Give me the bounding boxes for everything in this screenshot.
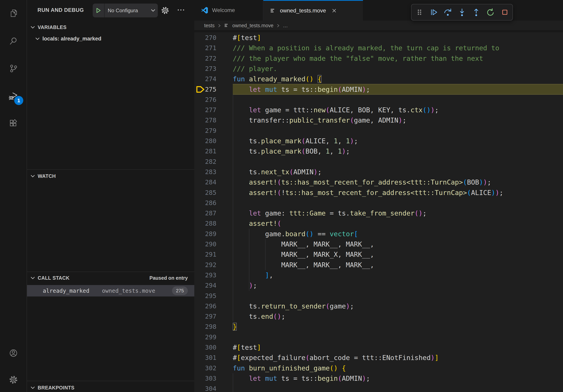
line-number[interactable]: 287 [194,208,217,219]
line-number[interactable]: 275 [194,84,217,95]
line-number[interactable]: 283 [194,167,217,177]
line-number[interactable]: 296 [194,301,217,312]
editor-gutter[interactable]: 2702712722732742752762772782792802812822… [194,0,220,392]
line-number[interactable]: 290 [194,239,217,249]
line-number[interactable]: 292 [194,260,217,270]
line-number[interactable]: 300 [194,342,217,353]
code-line[interactable]: transfer::public_transfer(game, ADMIN); [233,115,406,126]
chevron-down-icon [31,386,35,389]
code-line[interactable]: ts.place_mark(BOB, 1, 1); [233,146,350,157]
code-line[interactable]: assert!( [233,218,281,229]
restart-icon[interactable] [486,8,495,17]
line-number[interactable]: 285 [194,187,217,198]
configuration-label: No Configura [104,8,150,14]
line-number[interactable]: 302 [194,363,217,373]
section-variables[interactable]: VARIABLES [27,22,194,32]
explorer-icon[interactable] [9,9,18,18]
more-actions-icon[interactable]: ··· [175,4,187,16]
stack-frame-row[interactable]: already_marked owned_tests.move 275 [27,285,194,297]
line-number[interactable]: 293 [194,270,217,280]
toolbar-drag-handle[interactable] [415,8,424,17]
code-line[interactable]: #[test] [233,33,261,43]
stop-icon[interactable] [500,8,509,17]
step-over-icon[interactable] [443,8,452,17]
activity-bar: 1 [0,0,27,392]
code-line[interactable]: MARK__, MARK__, MARK__, [233,260,374,270]
line-number[interactable]: 298 [194,322,217,332]
code-line[interactable]: let mut ts = ts::begin(ADMIN); [233,373,370,384]
step-into-icon[interactable] [458,8,466,17]
code-line[interactable]: ts.return_to_sender(game); [233,301,354,312]
start-debug-icon[interactable] [93,3,104,17]
code-line[interactable]: /// player. [233,64,277,74]
line-number[interactable]: 277 [194,105,217,115]
code-line[interactable]: let game: ttt::Game = ts.take_from_sende… [233,208,427,219]
line-number[interactable]: 280 [194,136,217,146]
line-number[interactable]: 271 [194,43,217,53]
variables-scope-locals[interactable]: locals: already_marked [27,34,194,44]
extensions-icon[interactable] [9,118,18,128]
line-number[interactable]: 284 [194,177,217,187]
debug-settings-gear-icon[interactable] [161,6,169,15]
section-breakpoints[interactable]: BREAKPOINTS [27,382,194,392]
source-control-icon[interactable] [9,64,18,73]
frame-function-name: already_marked [43,287,89,294]
code-line[interactable]: fun burn_unfinished_game() { [233,363,346,373]
code-line[interactable]: ts.place_mark(ALICE, 1, 1); [233,136,358,146]
breadcrumb-item-file[interactable]: owned_tests.move [232,23,273,28]
code-line[interactable]: ts.next_tx(ADMIN); [233,167,321,177]
line-number[interactable]: 301 [194,353,217,363]
code-line[interactable]: /// When a position is already marked, t… [233,43,499,53]
continue-icon[interactable] [429,8,438,17]
code-line[interactable]: ], [233,270,273,280]
code-line[interactable]: fun already_marked() { [233,74,321,84]
code-line[interactable]: #[test] [233,342,261,353]
line-number[interactable]: 272 [194,53,217,64]
search-icon[interactable] [9,36,18,46]
line-number[interactable]: 297 [194,311,217,322]
line-number[interactable]: 303 [194,373,217,384]
code-line[interactable]: MARK__, MARK__, MARK__, [233,239,374,249]
line-number[interactable]: 299 [194,332,217,342]
line-number[interactable]: 278 [194,115,217,126]
code-line[interactable]: game.board() == vector[ [233,229,358,239]
line-number[interactable]: 289 [194,229,217,239]
line-number[interactable]: 291 [194,249,217,260]
settings-gear-icon[interactable] [9,375,18,384]
line-number[interactable]: 276 [194,94,217,105]
line-number[interactable]: 281 [194,146,217,157]
line-number[interactable]: 270 [194,33,217,43]
move-file-icon [224,23,229,28]
account-icon[interactable] [9,348,18,358]
line-number[interactable]: 304 [194,383,217,392]
code-line[interactable]: let game = ttt::new(ALICE, BOB, KEY, ts.… [233,105,439,115]
code-line[interactable]: assert!(!ts::has_most_recent_for_address… [233,187,503,198]
section-watch[interactable]: WATCH [27,171,194,181]
tab-owned-tests-move[interactable]: owned_tests.move [263,0,363,21]
line-number[interactable]: 274 [194,74,217,84]
code-line[interactable]: ); [233,280,257,291]
chevron-down-icon [31,276,35,279]
code-line[interactable]: } [233,322,237,332]
editor-group: Welcome owned_tests.move tests [194,0,563,392]
line-number[interactable]: 294 [194,280,217,291]
line-number[interactable]: 273 [194,64,217,74]
debug-configuration-dropdown[interactable]: No Configura [93,3,158,17]
breadcrumb-item-symbol[interactable]: … [283,23,288,28]
code-line[interactable]: assert!(ts::has_most_recent_for_address<… [233,177,491,187]
debug-count-badge: 1 [14,96,23,105]
close-tab-icon[interactable] [332,8,336,13]
line-number[interactable]: 286 [194,198,217,208]
frame-file-name: owned_tests.move [102,287,155,294]
section-call-stack[interactable]: CALL STACK Paused on entry [27,273,194,283]
code-line[interactable]: #[expected_failure(abort_code = ttt::ENo… [233,353,439,363]
line-number[interactable]: 288 [194,218,217,229]
code-line[interactable]: /// the player who made the "false" move… [233,53,483,64]
line-number[interactable]: 282 [194,157,217,167]
code-line[interactable]: let mut ts = ts::begin(ADMIN); [233,84,370,95]
line-number[interactable]: 279 [194,126,217,136]
step-out-icon[interactable] [472,8,481,17]
code-line[interactable]: MARK__, MARK_X, MARK__, [233,249,374,260]
line-number[interactable]: 295 [194,291,217,301]
code-line[interactable]: ts.end(); [233,311,285,322]
